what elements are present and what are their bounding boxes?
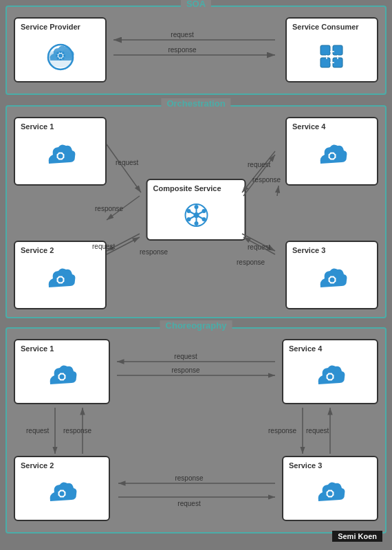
choreo-service4-box: Service 4: [282, 339, 378, 404]
svg-text:response: response: [252, 176, 281, 184]
service-consumer-label: Service Consumer: [292, 23, 359, 31]
service-provider-icon: [21, 34, 100, 77]
choreo-service4-icon: [289, 355, 371, 399]
soa-title: SOA: [181, 0, 211, 9]
svg-rect-12: [56, 55, 58, 57]
svg-rect-8: [63, 55, 65, 57]
composite-service-box: Composite Service: [146, 179, 246, 241]
orch-service3-box: Service 3: [285, 241, 378, 309]
svg-rect-17: [333, 58, 342, 67]
svg-line-52: [242, 234, 275, 251]
svg-text:request: request: [171, 31, 194, 38]
svg-text:response: response: [140, 248, 168, 256]
svg-rect-15: [333, 45, 342, 55]
svg-text:response: response: [237, 258, 265, 266]
svg-text:request: request: [248, 161, 271, 168]
svg-text:request: request: [177, 500, 201, 507]
composite-service-label: Composite Service: [153, 184, 221, 192]
choreo-service4-label: Service 4: [289, 344, 322, 353]
orch-service4-icon: [292, 133, 371, 180]
svg-rect-16: [320, 58, 330, 67]
svg-line-48: [242, 151, 275, 192]
svg-line-47: [277, 186, 279, 196]
svg-text:response: response: [63, 427, 92, 434]
choreo-service2-icon: [21, 472, 103, 516]
choreo-service1-label: Service 1: [21, 344, 54, 353]
svg-text:response: response: [171, 366, 200, 374]
service-consumer-icon: [292, 34, 371, 77]
svg-line-39: [107, 144, 141, 192]
watermark: Semi Koen: [332, 531, 382, 542]
svg-text:request: request: [26, 427, 50, 434]
composite-service-icon: [153, 195, 239, 235]
svg-line-43: [107, 234, 140, 251]
orchestration-title: Orchestration: [161, 98, 230, 109]
orchestration-section: Orchestration Service 1 Service 4 Compos…: [6, 105, 386, 318]
svg-text:request: request: [306, 427, 329, 434]
orch-service2-icon: [21, 257, 100, 304]
soa-section: SOA Service Provider: [6, 6, 386, 95]
svg-point-32: [194, 205, 198, 209]
orch-service3-label: Service 3: [292, 246, 325, 254]
orch-service1-icon: [21, 133, 100, 180]
choreo-service3-label: Service 3: [289, 461, 322, 470]
svg-text:request: request: [116, 159, 139, 166]
orch-service3-icon: [292, 257, 371, 304]
svg-rect-14: [320, 45, 330, 55]
svg-text:response: response: [175, 474, 204, 482]
svg-line-45: [107, 237, 140, 254]
svg-text:request: request: [174, 353, 197, 360]
orch-service4-box: Service 4: [285, 117, 378, 186]
svg-point-33: [194, 221, 198, 226]
diagram-area: SOA Service Provider: [6, 6, 386, 544]
svg-point-5: [58, 54, 63, 58]
choreo-service2-label: Service 2: [21, 461, 54, 470]
choreo-service2-box: Service 2: [14, 456, 110, 521]
orch-service2-label: Service 2: [21, 246, 54, 254]
svg-line-54: [243, 237, 275, 254]
choreo-service1-box: Service 1: [14, 339, 110, 404]
svg-point-37: [186, 217, 190, 221]
choreo-service1-icon: [21, 355, 103, 399]
svg-text:request: request: [248, 243, 271, 251]
svg-text:response: response: [268, 427, 297, 434]
orch-service1-box: Service 1: [14, 117, 107, 186]
service-provider-label: Service Provider: [21, 23, 80, 31]
svg-rect-10: [59, 58, 61, 60]
svg-point-35: [202, 217, 206, 221]
orch-service1-label: Service 1: [21, 122, 54, 131]
svg-text:response: response: [95, 205, 124, 212]
service-consumer-box: Service Consumer: [285, 17, 378, 82]
orch-service4-label: Service 4: [292, 122, 325, 131]
svg-text:response: response: [168, 46, 197, 54]
choreo-service3-icon: [289, 472, 371, 516]
svg-rect-6: [59, 51, 61, 53]
svg-point-36: [202, 209, 206, 213]
choreo-service3-box: Service 3: [282, 456, 378, 521]
service-provider-box: Service Provider: [14, 17, 107, 82]
svg-line-50: [243, 155, 275, 196]
choreography-title: Choreography: [160, 320, 232, 331]
svg-line-41: [107, 196, 140, 220]
svg-point-34: [186, 209, 190, 213]
orch-service2-box: Service 2: [14, 241, 107, 309]
choreography-section: Choreography Service 1 Service 4 Service…: [6, 327, 386, 534]
